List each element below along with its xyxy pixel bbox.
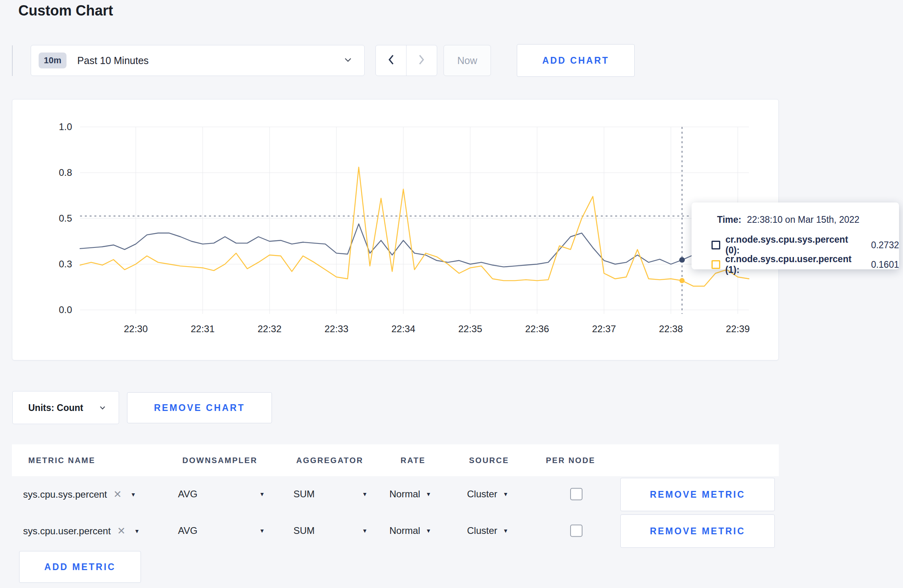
rate-select[interactable]: Normal ▼ — [389, 489, 431, 500]
units-dropdown[interactable]: Units: Count — [12, 391, 119, 424]
chevron-left-icon — [387, 54, 395, 67]
add-metric-button[interactable]: ADD METRIC — [19, 551, 141, 583]
svg-text:0.5: 0.5 — [59, 213, 72, 224]
svg-text:0.3: 0.3 — [59, 259, 72, 269]
time-range-badge: 10m — [39, 53, 66, 68]
tooltip-series-row: cr.node.sys.cpu.user.percent (1): 0.1601 — [711, 254, 899, 275]
time-range-label: Past 10 Minutes — [77, 55, 149, 66]
caret-down-icon: ▼ — [259, 528, 265, 534]
aggregator-select[interactable]: SUM ▼ — [293, 489, 367, 500]
aggregator-select[interactable]: SUM ▼ — [293, 525, 367, 536]
tooltip-series-value: 0.2732 — [871, 240, 899, 251]
svg-text:22:32: 22:32 — [258, 323, 281, 334]
series-user-legend-icon — [711, 260, 720, 269]
caret-down-icon: ▼ — [362, 528, 367, 534]
caret-down-icon: ▼ — [426, 491, 431, 497]
now-button[interactable]: Now — [444, 45, 491, 76]
downsampler-value: AVG — [178, 525, 197, 536]
metrics-table-header: METRIC NAME DOWNSAMPLER AGGREGATOR RATE … — [12, 444, 779, 476]
per-node-checkbox[interactable] — [570, 525, 582, 537]
svg-text:22:33: 22:33 — [324, 323, 348, 334]
caret-down-icon: ▼ — [362, 491, 367, 497]
next-range-button[interactable] — [406, 45, 437, 76]
header-rate: RATE — [401, 456, 426, 465]
chart-card: 0.00.30.50.81.022:3022:3122:3222:3322:34… — [12, 99, 779, 360]
chart-svg[interactable]: 0.00.30.50.81.022:3022:3122:3222:3322:34… — [12, 99, 779, 361]
chevron-down-icon — [344, 57, 352, 64]
table-row: sys.cpu.user.percent ✕ ▼ AVG ▼ SUM ▼ Nor… — [12, 512, 779, 549]
chevron-down-icon — [100, 404, 106, 411]
caret-down-icon: ▼ — [131, 491, 136, 497]
header-downsampler: DOWNSAMPLER — [182, 456, 258, 465]
metric-name-select[interactable]: sys.cpu.sys.percent ✕ ▼ — [23, 489, 136, 500]
clear-metric-icon[interactable]: ✕ — [113, 489, 122, 500]
svg-text:22:31: 22:31 — [191, 323, 215, 334]
svg-text:22:35: 22:35 — [458, 323, 482, 334]
source-value: Cluster — [467, 525, 497, 536]
metric-name-select[interactable]: sys.cpu.user.percent ✕ ▼ — [23, 525, 140, 537]
tooltip-time-value: 22:38:10 on Mar 15th, 2022 — [747, 214, 860, 225]
add-chart-button[interactable]: ADD CHART — [517, 44, 635, 77]
caret-down-icon: ▼ — [259, 491, 265, 497]
svg-text:22:36: 22:36 — [525, 323, 549, 334]
custom-chart-page: Custom Chart 10m Past 10 Minutes Now ADD… — [0, 0, 903, 588]
svg-text:0.0: 0.0 — [59, 304, 72, 315]
rate-value: Normal — [389, 525, 420, 536]
rate-select[interactable]: Normal ▼ — [389, 525, 431, 536]
aggregator-value: SUM — [293, 525, 315, 536]
caret-down-icon: ▼ — [134, 528, 140, 534]
caret-down-icon: ▼ — [426, 528, 431, 534]
remove-chart-button[interactable]: REMOVE CHART — [127, 392, 272, 423]
downsampler-select[interactable]: AVG ▼ — [178, 525, 265, 536]
chart-tooltip: Time:22:38:10 on Mar 15th, 2022 cr.node.… — [692, 202, 899, 269]
source-select[interactable]: Cluster ▼ — [467, 525, 508, 536]
chevron-right-icon — [418, 54, 426, 67]
toolbar-left-rule — [12, 45, 13, 76]
prev-range-button[interactable] — [376, 45, 406, 76]
rate-value: Normal — [389, 489, 420, 500]
downsampler-value: AVG — [178, 489, 197, 500]
header-aggregator: AGGREGATOR — [296, 456, 364, 465]
time-range-dropdown[interactable]: 10m Past 10 Minutes — [31, 45, 365, 76]
source-select[interactable]: Cluster ▼ — [467, 489, 508, 500]
per-node-checkbox[interactable] — [570, 488, 582, 500]
metric-name-value: sys.cpu.user.percent — [23, 525, 111, 536]
aggregator-value: SUM — [293, 489, 315, 500]
tooltip-time: Time:22:38:10 on Mar 15th, 2022 — [717, 214, 860, 225]
svg-text:22:39: 22:39 — [726, 323, 750, 334]
svg-text:1.0: 1.0 — [59, 121, 72, 132]
metric-name-value: sys.cpu.sys.percent — [23, 489, 107, 500]
series-sys-legend-icon — [711, 241, 720, 249]
header-source: SOURCE — [469, 456, 509, 465]
remove-metric-button[interactable]: REMOVE METRIC — [620, 514, 775, 548]
svg-text:0.8: 0.8 — [59, 167, 72, 178]
header-per-node: PER NODE — [546, 456, 595, 465]
tooltip-time-label: Time: — [717, 214, 741, 225]
svg-text:22:34: 22:34 — [391, 323, 415, 334]
svg-text:22:30: 22:30 — [124, 323, 148, 334]
clear-metric-icon[interactable]: ✕ — [117, 525, 125, 537]
tooltip-series-label: cr.node.sys.cpu.sys.percent (0): — [725, 234, 865, 256]
source-value: Cluster — [467, 489, 497, 500]
caret-down-icon: ▼ — [503, 491, 508, 497]
svg-text:22:38: 22:38 — [659, 323, 683, 334]
downsampler-select[interactable]: AVG ▼ — [178, 489, 265, 500]
caret-down-icon: ▼ — [503, 528, 508, 534]
tooltip-series-label: cr.node.sys.cpu.user.percent (1): — [725, 254, 865, 275]
units-label: Units: Count — [28, 402, 83, 413]
remove-metric-button[interactable]: REMOVE METRIC — [620, 478, 775, 511]
table-row: sys.cpu.sys.percent ✕ ▼ AVG ▼ SUM ▼ Norm… — [12, 476, 779, 512]
time-nav-group — [375, 45, 437, 76]
tooltip-series-value: 0.1601 — [871, 259, 899, 270]
tooltip-series-row: cr.node.sys.cpu.sys.percent (0): 0.2732 — [711, 234, 899, 256]
header-metric-name: METRIC NAME — [28, 456, 96, 465]
page-title: Custom Chart — [18, 2, 113, 19]
svg-text:22:37: 22:37 — [592, 323, 616, 334]
